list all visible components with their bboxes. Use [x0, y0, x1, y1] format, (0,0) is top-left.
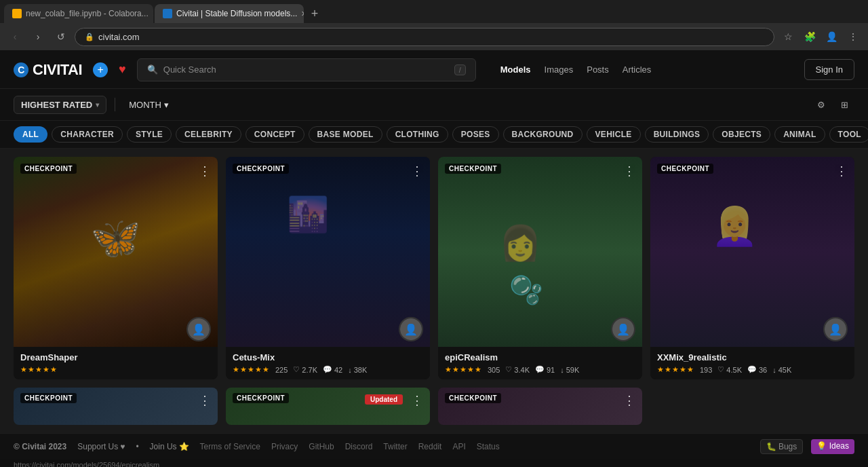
site-logo[interactable]: C CIVITAI [14, 61, 82, 79]
footer-join-link[interactable]: Join Us ⭐ [150, 442, 189, 451]
footer-reddit-link[interactable]: Reddit [418, 442, 442, 451]
address-bar-content: 🔒 civitai.com [85, 32, 140, 42]
ideas-button[interactable]: 💡 Ideas [811, 439, 854, 454]
filter-options-button[interactable]: ⚙ [811, 94, 831, 115]
cat-background[interactable]: BACKGROUND [503, 126, 583, 143]
dreamshaper-menu-button[interactable]: ⋮ [199, 164, 211, 179]
cetusmix-downloads: ↓ 38K [348, 366, 367, 374]
tab-colab-close[interactable]: × [153, 8, 153, 19]
xxmix-name: XXMix_9realistic [657, 352, 848, 362]
add-model-button[interactable]: + [93, 62, 108, 77]
footer-status-link[interactable]: Status [477, 442, 500, 451]
epicrealism-comments: 💬 91 [535, 365, 555, 374]
epicrealism-badge: CHECKPOINT [445, 164, 501, 174]
epicrealism-stars: ★★★★★ [445, 365, 482, 374]
cat-base-model[interactable]: BASE MODEL [309, 126, 382, 143]
xxmix-avatar-img: 👤 [825, 318, 846, 340]
profile-button[interactable]: 👤 [822, 27, 841, 46]
bottom-card-2-menu[interactable]: ⋮ [411, 393, 423, 408]
browser-chrome: new_colab_file.ipynb - Colabora... × Civ… [0, 0, 868, 51]
model-card-epicrealism[interactable]: 👩 🫧 CHECKPOINT ⋮ 👤 epiCRealism ★★★★★ 305… [438, 157, 642, 379]
search-bar[interactable]: 🔍 Quick Search / [137, 58, 476, 81]
footer-github-link[interactable]: GitHub [309, 442, 334, 451]
footer-terms-link[interactable]: Terms of Service [200, 442, 260, 451]
xxmix-stats: ★★★★★ 193 ♡ 4.5K 💬 36 ↓ 45K [657, 365, 848, 374]
toolbar-actions: ☆ 🧩 👤 ⋮ [778, 27, 863, 46]
cat-poses[interactable]: POSES [452, 126, 499, 143]
bottom-row: CHECKPOINT ⋮ CHECKPOINT Updated ⋮ CHECKP… [14, 388, 854, 425]
cat-style[interactable]: STYLE [127, 126, 172, 143]
cetusmix-name: Cetus-Mix [233, 352, 423, 362]
sort-dropdown[interactable]: HIGHEST RATED ▾ [14, 96, 106, 114]
tab-civitai-close[interactable]: × [301, 8, 304, 19]
forward-button[interactable]: › [28, 27, 47, 46]
epicrealism-avatar: 👤 [611, 317, 635, 341]
sort-label: HIGHEST RATED [21, 100, 92, 110]
cat-animal[interactable]: ANIMAL [774, 126, 825, 143]
favorites-button[interactable]: ♥ [119, 62, 126, 77]
footer-discord-link[interactable]: Discord [345, 442, 373, 451]
address-bar[interactable]: 🔒 civitai.com [75, 28, 774, 46]
epicrealism-name: epiCRealism [445, 352, 635, 362]
tab-colab[interactable]: new_colab_file.ipynb - Colabora... × [4, 4, 153, 23]
cat-concept[interactable]: CONCEPT [245, 126, 304, 143]
bottom-card-1[interactable]: CHECKPOINT ⋮ [14, 388, 218, 425]
xxmix-rating-count: 193 [700, 366, 712, 374]
search-icon: 🔍 [147, 64, 158, 75]
period-filter[interactable]: MONTH ▾ [123, 96, 174, 113]
civitai-favicon [163, 9, 172, 18]
tab-civitai[interactable]: Civitai | Stable Diffusion models... × [155, 4, 304, 23]
xxmix-image: 👱‍♀️ [650, 157, 854, 347]
cat-clothing[interactable]: CLOTHING [387, 126, 448, 143]
view-toggle-button[interactable]: ⊞ [834, 94, 854, 115]
cat-tool[interactable]: TOOL [829, 126, 868, 143]
bookmark-star-button[interactable]: ☆ [778, 27, 797, 46]
reload-button[interactable]: ↺ [52, 27, 71, 46]
dreamshaper-avatar-img: 👤 [188, 318, 210, 340]
footer-twitter-link[interactable]: Twitter [383, 442, 407, 451]
nav-models[interactable]: Models [500, 64, 531, 75]
cat-vehicle[interactable]: VEHICLE [587, 126, 641, 143]
bottom-card-3[interactable]: CHECKPOINT ⋮ [438, 388, 642, 425]
cat-objects[interactable]: OBJECTS [713, 126, 770, 143]
footer-support-link[interactable]: Support Us ♥ [77, 442, 125, 451]
cat-character[interactable]: CHARACTER [52, 126, 123, 143]
cetusmix-comments: 💬 42 [323, 365, 342, 374]
extensions-button[interactable]: 🧩 [800, 27, 819, 46]
xxmix-likes: ♡ 4.5K [717, 365, 742, 374]
site-header: C CIVITAI + ♥ 🔍 Quick Search / Models Im… [0, 51, 868, 89]
logo-text: CIVITAI [33, 61, 82, 79]
search-placeholder: Quick Search [163, 64, 216, 75]
epicrealism-menu-button[interactable]: ⋮ [623, 164, 635, 179]
footer-api-link[interactable]: API [452, 442, 465, 451]
nav-images[interactable]: Images [545, 64, 574, 75]
dreamshaper-name: DreamShaper [20, 352, 211, 362]
cat-all[interactable]: ALL [14, 126, 47, 143]
lock-icon: 🔒 [85, 33, 94, 41]
dreamshaper-stats: ★★★★★ [20, 365, 211, 374]
url-text: civitai.com [98, 32, 140, 42]
xxmix-avatar: 👤 [823, 317, 848, 341]
bottom-card-3-menu[interactable]: ⋮ [623, 393, 635, 408]
cat-celebrity[interactable]: CELEBRITY [176, 126, 241, 143]
logo-icon: C [14, 62, 28, 77]
nav-articles[interactable]: Articles [623, 64, 652, 75]
new-tab-button[interactable]: + [305, 4, 324, 23]
back-button[interactable]: ‹ [5, 27, 24, 46]
model-card-cetusmix[interactable]: 🌆 CHECKPOINT ⋮ 👤 Cetus-Mix ★★★★★ 225 ♡ 2… [226, 157, 430, 379]
bottom-card-2[interactable]: CHECKPOINT Updated ⋮ [226, 388, 430, 425]
cetusmix-menu-button[interactable]: ⋮ [411, 164, 423, 179]
bottom-card-1-menu[interactable]: ⋮ [199, 393, 211, 408]
xxmix-menu-button[interactable]: ⋮ [835, 164, 848, 179]
cetusmix-info: Cetus-Mix ★★★★★ 225 ♡ 2.7K 💬 42 ↓ 38K [226, 347, 430, 379]
nav-posts[interactable]: Posts [587, 64, 609, 75]
model-card-dreamshaper[interactable]: 🦋 CHECKPOINT ⋮ 👤 DreamShaper ★★★★★ [14, 157, 218, 379]
footer-privacy-link[interactable]: Privacy [271, 442, 298, 451]
model-card-xxmix[interactable]: 👱‍♀️ CHECKPOINT ⋮ 👤 XXMix_9realistic ★★★… [650, 157, 854, 379]
sign-in-button[interactable]: Sign In [804, 59, 854, 80]
cat-buildings[interactable]: BUILDINGS [645, 126, 709, 143]
filter-separator [115, 98, 115, 111]
bottom-card-2-badge: CHECKPOINT [233, 393, 289, 403]
menu-button[interactable]: ⋮ [844, 27, 863, 46]
bugs-button[interactable]: 🐛 Bugs [760, 439, 804, 454]
